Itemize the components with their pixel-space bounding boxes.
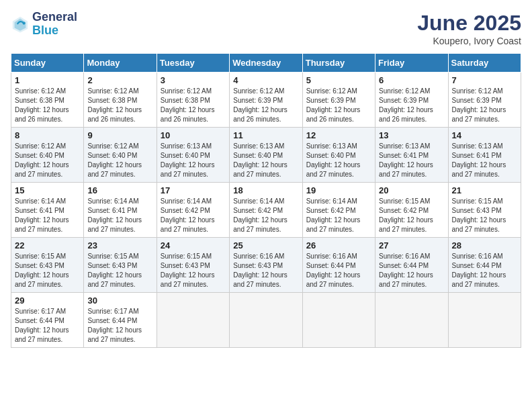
day-info: Sunrise: 6:13 AM Sunset: 6:40 PM Dayligh… — [161, 142, 226, 179]
day-info: Sunrise: 6:13 AM Sunset: 6:40 PM Dayligh… — [233, 142, 298, 179]
day-number: 6 — [379, 75, 444, 85]
weekday-header-friday: Friday — [375, 54, 448, 73]
day-info: Sunrise: 6:12 AM Sunset: 6:38 PM Dayligh… — [87, 87, 152, 124]
calendar-cell: 28Sunrise: 6:16 AM Sunset: 6:44 PM Dayli… — [448, 238, 521, 293]
day-info: Sunrise: 6:13 AM Sunset: 6:40 PM Dayligh… — [306, 142, 371, 179]
day-number: 25 — [233, 240, 298, 250]
logo-general-text: General — [32, 10, 77, 24]
calendar-week-4: 22Sunrise: 6:15 AM Sunset: 6:43 PM Dayli… — [11, 238, 521, 293]
day-number: 22 — [15, 240, 80, 250]
day-number: 30 — [87, 295, 152, 306]
calendar-cell: 24Sunrise: 6:15 AM Sunset: 6:43 PM Dayli… — [157, 238, 229, 293]
day-info: Sunrise: 6:12 AM Sunset: 6:39 PM Dayligh… — [379, 87, 444, 124]
day-number: 4 — [233, 75, 298, 85]
title-block: June 2025 Koupero, Ivory Coast — [417, 11, 521, 46]
weekday-header-tuesday: Tuesday — [157, 54, 229, 73]
weekday-header-sunday: Sunday — [11, 54, 84, 73]
day-info: Sunrise: 6:15 AM Sunset: 6:43 PM Dayligh… — [452, 197, 517, 234]
calendar-week-5: 29Sunrise: 6:17 AM Sunset: 6:44 PM Dayli… — [11, 293, 521, 348]
calendar-cell: 26Sunrise: 6:16 AM Sunset: 6:44 PM Dayli… — [302, 238, 375, 293]
calendar-cell: 8Sunrise: 6:12 AM Sunset: 6:40 PM Daylig… — [11, 128, 84, 183]
day-number: 18 — [233, 185, 298, 195]
day-number: 7 — [452, 75, 517, 85]
day-info: Sunrise: 6:15 AM Sunset: 6:43 PM Dayligh… — [161, 252, 226, 289]
day-info: Sunrise: 6:16 AM Sunset: 6:44 PM Dayligh… — [379, 252, 444, 289]
day-info: Sunrise: 6:16 AM Sunset: 6:44 PM Dayligh… — [306, 252, 371, 289]
logo-icon — [11, 15, 30, 34]
calendar-cell — [302, 293, 375, 348]
calendar-cell — [448, 293, 521, 348]
calendar-cell — [375, 293, 448, 348]
calendar-cell: 18Sunrise: 6:14 AM Sunset: 6:42 PM Dayli… — [230, 183, 302, 238]
calendar-header-row: SundayMondayTuesdayWednesdayThursdayFrid… — [11, 54, 521, 73]
calendar-cell: 6Sunrise: 6:12 AM Sunset: 6:39 PM Daylig… — [375, 73, 448, 128]
month-title: June 2025 — [417, 11, 521, 36]
day-info: Sunrise: 6:16 AM Sunset: 6:43 PM Dayligh… — [233, 252, 298, 289]
weekday-header-wednesday: Wednesday — [230, 54, 302, 73]
page-header: General Blue June 2025 Koupero, Ivory Co… — [11, 11, 521, 46]
day-info: Sunrise: 6:15 AM Sunset: 6:43 PM Dayligh… — [15, 252, 80, 289]
day-info: Sunrise: 6:12 AM Sunset: 6:39 PM Dayligh… — [233, 87, 298, 124]
day-number: 29 — [15, 295, 80, 306]
calendar-table: SundayMondayTuesdayWednesdayThursdayFrid… — [11, 53, 521, 348]
calendar-cell: 20Sunrise: 6:15 AM Sunset: 6:42 PM Dayli… — [375, 183, 448, 238]
day-info: Sunrise: 6:13 AM Sunset: 6:41 PM Dayligh… — [379, 142, 444, 179]
day-info: Sunrise: 6:12 AM Sunset: 6:39 PM Dayligh… — [306, 87, 371, 124]
calendar-week-3: 15Sunrise: 6:14 AM Sunset: 6:41 PM Dayli… — [11, 183, 521, 238]
day-info: Sunrise: 6:17 AM Sunset: 6:44 PM Dayligh… — [15, 307, 80, 345]
svg-point-2 — [23, 21, 26, 24]
day-number: 12 — [306, 130, 371, 140]
day-info: Sunrise: 6:14 AM Sunset: 6:42 PM Dayligh… — [306, 197, 371, 234]
day-number: 28 — [452, 240, 517, 250]
day-info: Sunrise: 6:12 AM Sunset: 6:38 PM Dayligh… — [15, 87, 80, 124]
day-number: 16 — [87, 185, 152, 195]
day-info: Sunrise: 6:12 AM Sunset: 6:40 PM Dayligh… — [15, 142, 80, 179]
day-info: Sunrise: 6:14 AM Sunset: 6:41 PM Dayligh… — [15, 197, 80, 234]
calendar-cell: 1Sunrise: 6:12 AM Sunset: 6:38 PM Daylig… — [11, 73, 84, 128]
calendar-cell: 13Sunrise: 6:13 AM Sunset: 6:41 PM Dayli… — [375, 128, 448, 183]
calendar-cell: 3Sunrise: 6:12 AM Sunset: 6:38 PM Daylig… — [157, 73, 229, 128]
day-number: 9 — [87, 130, 152, 140]
calendar-cell: 5Sunrise: 6:12 AM Sunset: 6:39 PM Daylig… — [302, 73, 375, 128]
calendar-cell: 12Sunrise: 6:13 AM Sunset: 6:40 PM Dayli… — [302, 128, 375, 183]
day-number: 10 — [161, 130, 226, 140]
day-number: 13 — [379, 130, 444, 140]
calendar-cell: 22Sunrise: 6:15 AM Sunset: 6:43 PM Dayli… — [11, 238, 84, 293]
day-number: 1 — [15, 75, 80, 85]
calendar-cell: 16Sunrise: 6:14 AM Sunset: 6:41 PM Dayli… — [84, 183, 157, 238]
logo-blue-text: Blue — [32, 24, 58, 37]
day-number: 17 — [161, 185, 226, 195]
calendar-cell: 9Sunrise: 6:12 AM Sunset: 6:40 PM Daylig… — [84, 128, 157, 183]
day-info: Sunrise: 6:14 AM Sunset: 6:42 PM Dayligh… — [161, 197, 226, 234]
calendar-week-1: 1Sunrise: 6:12 AM Sunset: 6:38 PM Daylig… — [11, 73, 521, 128]
day-number: 3 — [161, 75, 226, 85]
calendar-cell: 2Sunrise: 6:12 AM Sunset: 6:38 PM Daylig… — [84, 73, 157, 128]
day-info: Sunrise: 6:12 AM Sunset: 6:39 PM Dayligh… — [452, 87, 517, 124]
calendar-cell: 29Sunrise: 6:17 AM Sunset: 6:44 PM Dayli… — [11, 293, 84, 348]
day-number: 11 — [233, 130, 298, 140]
day-number: 24 — [161, 240, 226, 250]
day-info: Sunrise: 6:17 AM Sunset: 6:44 PM Dayligh… — [87, 307, 152, 345]
day-number: 19 — [306, 185, 371, 195]
day-number: 5 — [306, 75, 371, 85]
day-number: 20 — [379, 185, 444, 195]
day-info: Sunrise: 6:14 AM Sunset: 6:41 PM Dayligh… — [87, 197, 152, 234]
calendar-cell: 27Sunrise: 6:16 AM Sunset: 6:44 PM Dayli… — [375, 238, 448, 293]
day-info: Sunrise: 6:13 AM Sunset: 6:41 PM Dayligh… — [452, 142, 517, 179]
day-number: 14 — [452, 130, 517, 140]
calendar-cell: 7Sunrise: 6:12 AM Sunset: 6:39 PM Daylig… — [448, 73, 521, 128]
calendar-cell: 11Sunrise: 6:13 AM Sunset: 6:40 PM Dayli… — [230, 128, 302, 183]
calendar-cell: 14Sunrise: 6:13 AM Sunset: 6:41 PM Dayli… — [448, 128, 521, 183]
logo: General Blue — [11, 11, 77, 38]
day-number: 23 — [87, 240, 152, 250]
day-number: 27 — [379, 240, 444, 250]
calendar-cell: 23Sunrise: 6:15 AM Sunset: 6:43 PM Dayli… — [84, 238, 157, 293]
calendar-cell — [230, 293, 302, 348]
day-number: 2 — [87, 75, 152, 85]
calendar-cell: 19Sunrise: 6:14 AM Sunset: 6:42 PM Dayli… — [302, 183, 375, 238]
day-number: 26 — [306, 240, 371, 250]
day-info: Sunrise: 6:15 AM Sunset: 6:42 PM Dayligh… — [379, 197, 444, 234]
calendar-cell: 10Sunrise: 6:13 AM Sunset: 6:40 PM Dayli… — [157, 128, 229, 183]
calendar-cell: 17Sunrise: 6:14 AM Sunset: 6:42 PM Dayli… — [157, 183, 229, 238]
location-subtitle: Koupero, Ivory Coast — [417, 36, 521, 46]
